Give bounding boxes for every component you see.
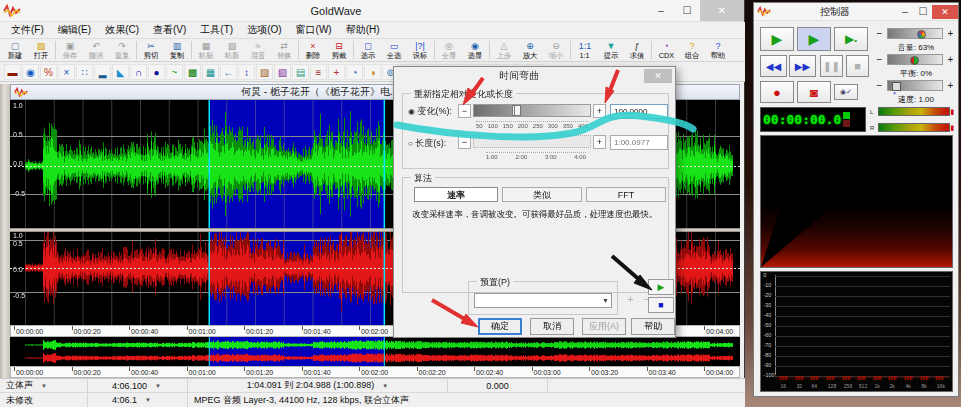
effect-icon[interactable]: ▧ <box>274 64 291 80</box>
speed-slider[interactable]: × <box>887 80 943 91</box>
speed-slider-thumb[interactable]: × <box>892 82 901 91</box>
change-slider[interactable] <box>473 104 591 117</box>
spectrum-analyzer[interactable]: 0-10-20-30-40-50-60-70-80-90-10010016100… <box>760 271 953 392</box>
toolbar-button-全显[interactable]: ◎全显 <box>436 39 462 62</box>
volume-slider[interactable] <box>887 28 943 39</box>
preview-stop-button[interactable]: ■ <box>648 297 674 313</box>
effect-icon[interactable]: ◑ <box>364 64 381 80</box>
effect-icon[interactable]: ◔ <box>346 64 363 80</box>
effect-icon[interactable]: ∩ <box>130 64 147 80</box>
menu-item[interactable]: 效果(C) <box>98 23 146 37</box>
toolbar-button-1:1[interactable]: 1:11:1 <box>572 39 598 62</box>
tab-rate[interactable]: 速率 <box>414 187 498 202</box>
length-slider[interactable] <box>473 135 591 148</box>
change-plus-button[interactable]: + <box>593 104 606 118</box>
help-button[interactable]: 帮助 <box>631 318 675 335</box>
effect-icon[interactable]: ◣ <box>112 64 129 80</box>
preview-play-button[interactable]: ▶ <box>648 279 674 295</box>
volume-plus-button[interactable]: + <box>945 28 956 41</box>
length-minus-button[interactable]: − <box>458 135 471 149</box>
effect-icon[interactable]: ▤ <box>292 64 309 80</box>
record-selection-button[interactable]: ◙ <box>797 81 831 103</box>
toolbar-button-选显[interactable]: ◉选显 <box>462 39 488 62</box>
length-short-cell[interactable]: 4:06.1▼ <box>88 393 188 407</box>
toolbar-button-全选[interactable]: ▭全选 <box>381 39 407 62</box>
close-icon[interactable]: ✕ <box>700 0 744 21</box>
selection-range-cell[interactable]: 1:04.091 到 2:04.988 (1:00.898)▼ <box>188 379 448 392</box>
toolbar-button-设标[interactable]: |?|设标 <box>407 39 433 62</box>
menu-item[interactable]: 工具(T) <box>193 23 240 37</box>
volume-slider-thumb[interactable] <box>917 30 926 39</box>
effect-icon[interactable]: % <box>40 64 57 80</box>
speed-minus-button[interactable]: − <box>874 80 885 93</box>
effect-icon[interactable]: ◉ <box>22 64 39 80</box>
stop-button[interactable]: ■ <box>846 55 869 77</box>
record-button[interactable]: ● <box>760 81 794 103</box>
minimize-icon[interactable]: – <box>896 5 914 19</box>
balance-minus-button[interactable]: − <box>874 54 885 67</box>
speed-plus-button[interactable]: + <box>945 80 956 93</box>
apply-button[interactable]: 应用(A) <box>582 318 626 335</box>
minimize-icon[interactable]: – <box>648 0 674 21</box>
menu-item[interactable]: 查看(V) <box>146 23 193 37</box>
toolbar-button-复制[interactable]: ▥复制 <box>164 39 190 62</box>
maximize-icon[interactable]: ☐ <box>914 5 932 19</box>
pause-button[interactable]: ❚❚ <box>820 55 843 77</box>
menu-item[interactable]: 文件(F) <box>4 23 51 37</box>
tab-fft[interactable]: FFT <box>586 187 666 202</box>
overview-strip[interactable] <box>10 337 740 366</box>
balance-slider-thumb[interactable] <box>910 56 919 65</box>
balance-slider[interactable] <box>887 54 943 65</box>
effect-icon[interactable]: ● <box>148 64 165 80</box>
toolbar-button-撤消[interactable]: ↶撤消 <box>83 39 109 62</box>
toolbar-button-剪切[interactable]: ✂剪切 <box>138 39 164 62</box>
volume-minus-button[interactable]: − <box>874 28 885 41</box>
toolbar-button-重复[interactable]: ↷重复 <box>109 39 135 62</box>
toolbar-button-求值[interactable]: ƒ求值 <box>624 39 650 62</box>
play-button[interactable]: ▶ <box>760 27 794 51</box>
effect-icon[interactable]: ▦ <box>202 64 219 80</box>
toolbar-button-粘贴[interactable]: ▦粘贴 <box>193 39 219 62</box>
menu-item[interactable]: 编辑(E) <box>51 23 98 37</box>
channel-mode-cell[interactable]: 立体声▼ <box>0 379 88 392</box>
length-value-input[interactable]: 1:00.0977 <box>610 135 668 150</box>
controller-titlebar[interactable]: 控制器 – ☐ ✕ <box>754 3 958 21</box>
toolbar-button-新建[interactable]: ▢新建 <box>2 39 28 62</box>
preset-add-button[interactable]: + <box>624 293 637 306</box>
maximize-icon[interactable]: ☐ <box>674 0 700 21</box>
playback-visual[interactable] <box>760 135 953 268</box>
toolbar-button-组合[interactable]: ?组合 <box>679 39 705 62</box>
main-titlebar[interactable]: GoldWave – ☐ ✕ <box>0 0 744 22</box>
toolbar-button-提示[interactable]: ▼提示 <box>598 39 624 62</box>
toolbar-button-帮助[interactable]: ?帮助 <box>705 39 731 62</box>
toolbar-button-混音[interactable]: ≈混音 <box>245 39 271 62</box>
preset-combobox[interactable]: ▼ <box>474 293 612 308</box>
toolbar-button-粘新[interactable]: ▧粘新 <box>219 39 245 62</box>
change-minus-button[interactable]: − <box>458 104 471 118</box>
length-plus-button[interactable]: + <box>593 135 606 149</box>
effect-icon[interactable]: ▂ <box>94 64 111 80</box>
tab-similar[interactable]: 类似 <box>502 187 582 202</box>
overview-time-ruler[interactable]: 00:00:0000:00:2000:00:4000:01:0000:01:20… <box>10 366 740 378</box>
balance-plus-button[interactable]: + <box>945 54 956 67</box>
length-cell[interactable]: 4:06.100▼ <box>88 379 188 392</box>
ok-button[interactable]: 确定 <box>478 318 522 335</box>
toolbar-button-放大[interactable]: ⊕放大 <box>517 39 543 62</box>
effect-icon[interactable]: ▬ <box>4 64 21 80</box>
effect-icon[interactable]: + <box>328 64 345 80</box>
toolbar-button-删除[interactable]: ×删除 <box>300 39 326 62</box>
toolbar-button-打开[interactable]: ▨打开 <box>28 39 54 62</box>
effect-icon[interactable]: ∷ <box>76 64 93 80</box>
toolbar-button-剪裁[interactable]: ⊟剪裁 <box>326 39 352 62</box>
effect-icon[interactable]: ~ <box>166 64 183 80</box>
effect-icon[interactable]: ▨ <box>256 64 273 80</box>
close-icon[interactable]: ✕ <box>644 69 672 83</box>
change-slider-thumb[interactable] <box>512 105 521 116</box>
change-value-input[interactable]: 100.0000 <box>610 104 668 119</box>
toolbar-button-保存[interactable]: ▣保存 <box>57 39 83 62</box>
toolbar-button-上步[interactable]: △上步 <box>491 39 517 62</box>
play-from-button[interactable]: ▶• <box>834 27 868 51</box>
fast-forward-button[interactable]: ▶▶ <box>789 55 816 77</box>
rewind-button[interactable]: ◀◀ <box>760 55 787 77</box>
menu-item[interactable]: 窗口(W) <box>289 23 339 37</box>
